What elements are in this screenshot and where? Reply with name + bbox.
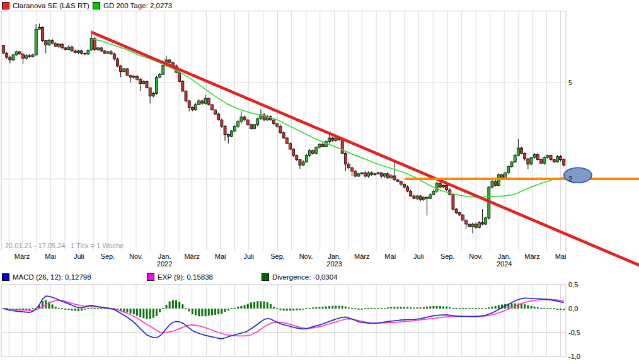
date-axis-tick: März	[524, 253, 539, 260]
macd-axis-tick: -0,5	[568, 329, 580, 336]
date-axis-tick: Mai	[45, 253, 56, 260]
date-axis-tick: Juli	[413, 253, 424, 260]
date-axis-tick: Sep.	[440, 253, 455, 260]
date-axis-tick: Juli	[243, 253, 254, 260]
macd-axis-tick: -1,0	[568, 353, 580, 360]
date-range-note: 20.01.21 - 17.05.24	[5, 242, 65, 249]
date-axis-year: 2024	[497, 260, 512, 268]
price-axis-tick: 2	[568, 175, 572, 183]
date-axis-year: 2022	[157, 260, 172, 268]
date-axis-tick: Mai	[384, 253, 396, 260]
price-axis-tick: 5	[568, 79, 572, 86]
gridlines	[1, 11, 566, 357]
macd-axis-tick: 0,5	[568, 281, 578, 288]
date-axis-tick: Nov.	[299, 253, 313, 260]
macd-axis-tick: 0,0	[568, 305, 578, 312]
axis-labels: 520,50,0-0,5-1,0MärzMaiJuliSep.Nov.Jan.2…	[5, 79, 580, 360]
date-axis-tick: Mai	[215, 253, 226, 260]
date-axis-year: 2023	[326, 260, 342, 268]
date-axis-tick: Mai	[555, 253, 567, 260]
date-axis-tick: Sep.	[270, 253, 285, 260]
date-axis-tick: Jan.	[158, 253, 171, 260]
date-axis-tick: Jan.	[498, 253, 511, 260]
date-axis-tick: Sep.	[101, 253, 115, 260]
tick-interval-note: 1 Tick = 1 Woche	[71, 242, 124, 249]
date-axis-tick: März	[14, 253, 30, 260]
date-axis-tick: Jan.	[328, 253, 341, 260]
chart-canvas[interactable]: 520,50,0-0,5-1,0MärzMaiJuliSep.Nov.Jan.2…	[0, 0, 639, 364]
date-axis-tick: März	[354, 253, 369, 260]
chart-page: Claranova SE (L&S RT) GD 200 Tage: 2,027…	[0, 0, 639, 364]
date-axis-tick: Nov.	[469, 253, 483, 260]
trend-line-annotation[interactable]	[93, 33, 639, 265]
date-axis-tick: Juli	[74, 253, 84, 260]
date-axis-tick: Nov.	[129, 253, 143, 260]
date-axis-tick: März	[184, 253, 199, 260]
candles-layer	[3, 23, 565, 233]
